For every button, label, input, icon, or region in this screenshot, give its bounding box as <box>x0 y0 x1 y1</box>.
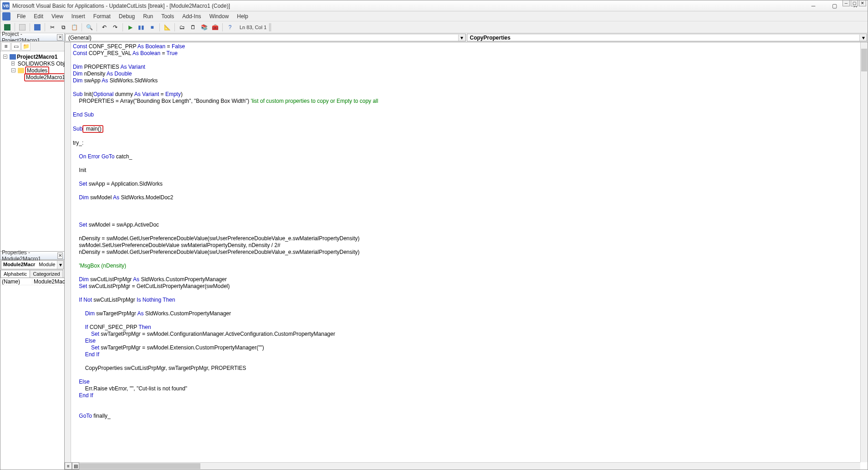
app-icon: VB <box>2 2 10 10</box>
toolbar: ✂ ⧉ 📋 🔍 ↶ ↷ ▶ ▮▮ ■ 📐 🗂 🗒 📚 🧰 ? Ln 83, Co… <box>0 21 868 33</box>
chevron-down-icon[interactable]: ▾ <box>859 35 867 41</box>
run-icon[interactable]: ▶ <box>125 22 135 32</box>
property-value[interactable]: Module2Macro1 <box>32 278 64 285</box>
property-row[interactable]: (Name) Module2Macro1 <box>0 278 64 285</box>
mdi-close-button[interactable]: ✕ <box>859 0 866 6</box>
mdi-restore-button[interactable]: ▢ <box>851 0 858 6</box>
menu-addins[interactable]: Add-Ins <box>179 12 204 20</box>
scrollbar-thumb[interactable] <box>861 49 867 71</box>
undo-icon[interactable]: ↶ <box>99 22 109 32</box>
titlebar: VB Microsoft Visual Basic for Applicatio… <box>0 0 868 11</box>
menu-debug[interactable]: Debug <box>115 12 138 20</box>
properties-panel-title: Properties - Module2Macro1 ✕ <box>0 252 64 260</box>
chevron-down-icon[interactable]: ▾ <box>458 35 465 41</box>
cursor-position: Ln 83, Col 1 <box>240 25 266 30</box>
modules-folder[interactable]: − Modules <box>1 67 63 74</box>
folder-label: SOLIDWORKS Objects <box>18 61 64 67</box>
procedure-view-button[interactable]: ≡ <box>65 462 72 470</box>
maximize-button[interactable]: ▢ <box>824 0 845 11</box>
module-item[interactable]: Module2Macro1 <box>1 74 63 81</box>
collapse-icon[interactable]: − <box>3 55 7 59</box>
properties-window-icon[interactable]: 🗒 <box>188 22 198 32</box>
object-selector[interactable]: Module2Macr Module ▾ <box>1 260 64 269</box>
collapse-icon[interactable]: − <box>11 68 15 72</box>
properties-panel-close-icon[interactable]: ✕ <box>57 253 63 259</box>
menu-tools[interactable]: Tools <box>158 12 178 20</box>
procedure-dropdown-label: CopyProperties <box>467 35 860 41</box>
project-root-label: Project2Macro1 <box>17 54 57 60</box>
solidworks-objects-folder[interactable]: + SOLIDWORKS Objects <box>1 60 63 67</box>
full-module-view-button[interactable]: ▤ <box>72 462 79 470</box>
vb-icon <box>2 12 10 20</box>
menu-edit[interactable]: Edit <box>30 12 47 20</box>
minimize-button[interactable]: ─ <box>803 0 824 11</box>
copy-icon[interactable]: ⧉ <box>58 22 68 32</box>
view-object-icon[interactable]: ▭ <box>11 42 20 51</box>
window-title: Microsoft Visual Basic for Applications … <box>12 3 803 9</box>
project-panel-close-icon[interactable]: ✕ <box>57 34 63 40</box>
menu-help[interactable]: Help <box>233 12 252 20</box>
module-label: Module2Macro1 <box>24 73 64 81</box>
view-code-icon[interactable]: ≡ <box>1 42 10 51</box>
vertical-scrollbar[interactable] <box>860 42 868 462</box>
break-icon[interactable]: ▮▮ <box>136 22 146 32</box>
code-text[interactable]: Const CONF_SPEC_PRP As Boolean = False C… <box>73 43 860 419</box>
toolbar-grip[interactable] <box>269 23 272 31</box>
property-name: (Name) <box>0 278 32 285</box>
help-icon[interactable]: ? <box>225 22 235 32</box>
tab-alphabetic[interactable]: Alphabetic <box>0 270 30 278</box>
procedure-dropdown[interactable]: CopyProperties ▾ <box>467 34 868 41</box>
horizontal-scrollbar[interactable] <box>72 462 860 470</box>
chevron-down-icon[interactable]: ▾ <box>57 261 63 269</box>
object-dropdown-label: (General) <box>66 35 458 41</box>
paste-icon[interactable]: 📋 <box>69 22 79 32</box>
find-icon[interactable]: 🔍 <box>84 22 94 32</box>
project-root[interactable]: − Project2Macro1 <box>1 53 63 60</box>
code-margin <box>65 42 71 470</box>
menu-insert[interactable]: Insert <box>68 12 89 20</box>
redo-icon[interactable]: ↷ <box>110 22 120 32</box>
toolbox-icon[interactable]: 🧰 <box>210 22 220 32</box>
object-browser-icon[interactable]: 📚 <box>199 22 209 32</box>
expand-icon[interactable]: + <box>11 61 15 66</box>
menu-format[interactable]: Format <box>90 12 114 20</box>
menu-view[interactable]: View <box>48 12 67 20</box>
menu-window[interactable]: Window <box>206 12 233 20</box>
code-view-buttons: ≡ ▤ <box>65 462 79 470</box>
menu-file[interactable]: File <box>13 12 29 20</box>
mdi-controls: ─ ▢ ✕ <box>842 0 866 6</box>
menubar: File Edit View Insert Format Debug Run T… <box>0 11 868 21</box>
object-dropdown[interactable]: (General) ▾ <box>65 34 466 41</box>
code-dropdowns: (General) ▾ CopyProperties ▾ <box>65 33 868 42</box>
mdi-minimize-button[interactable]: ─ <box>842 0 850 6</box>
tab-categorized[interactable]: Categorized <box>30 270 63 278</box>
scrollbar-thumb[interactable] <box>73 463 200 469</box>
object-selector-name: Module2Macr <box>1 261 37 269</box>
project-icon <box>10 54 16 60</box>
project-tree[interactable]: − Project2Macro1 + SOLIDWORKS Objects − … <box>0 51 64 251</box>
toggle-folders-icon[interactable]: 📁 <box>21 42 31 51</box>
design-mode-icon[interactable]: 📐 <box>162 22 172 32</box>
reset-icon[interactable]: ■ <box>147 22 157 32</box>
project-explorer-icon[interactable]: 🗂 <box>177 22 187 32</box>
menu-run[interactable]: Run <box>139 12 157 20</box>
properties-tabs: Alphabetic Categorized <box>0 270 64 278</box>
folder-icon <box>18 68 24 73</box>
main-sub-highlight: main() <box>82 125 103 133</box>
project-panel-title: Project - Project2Macro1 ✕ <box>0 33 64 41</box>
project-toolbar: ≡ ▭ 📁 <box>0 41 64 51</box>
code-editor[interactable]: Const CONF_SPEC_PRP As Boolean = False C… <box>65 42 868 470</box>
svg-rect-0 <box>4 24 10 30</box>
svg-rect-2 <box>34 24 41 30</box>
object-selector-type: Module <box>37 261 57 269</box>
svg-rect-1 <box>19 24 26 30</box>
properties-grid: (Name) Module2Macro1 <box>0 278 64 470</box>
